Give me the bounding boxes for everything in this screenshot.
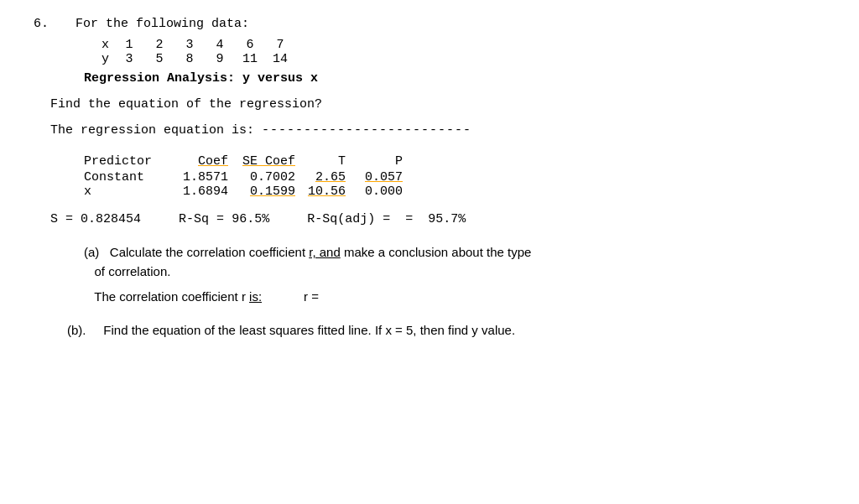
y-val-1: 3: [114, 52, 144, 66]
x-val-3: 3: [174, 38, 205, 52]
predictor-constant: Constant: [84, 170, 168, 184]
y-label: y: [84, 52, 109, 66]
t-x: 10.56: [302, 184, 352, 199]
rsq-value: 96.5%: [232, 212, 269, 226]
s-value: 0.828454: [81, 212, 141, 226]
coef-x: 1.6894: [168, 184, 235, 199]
part-a-text1: Calculate the correlation coefficient r,…: [110, 245, 532, 259]
x-label: x: [84, 38, 109, 52]
header-predictor: Predictor: [84, 154, 168, 169]
p-constant-val: 0.057: [365, 170, 403, 184]
y-val-2: 5: [144, 52, 174, 66]
p-constant: 0.057: [352, 170, 403, 184]
predictor-table: Predictor Coef SE Coef T P Constant 1.85…: [84, 154, 825, 199]
find-equation-text: Find the equation of the regression?: [50, 97, 825, 112]
y-val-5: 11: [235, 52, 265, 66]
y-val-3: 8: [174, 52, 205, 66]
reg-eq-dashes: -------------------------: [262, 123, 471, 138]
x-val-4: 4: [205, 38, 235, 52]
rsq-label: R-Sq =: [179, 212, 224, 226]
part-b-label: (b).: [67, 323, 86, 337]
question-intro: For the following data:: [75, 17, 249, 31]
header-coef: Coef: [168, 154, 235, 169]
rsq-adj-label: R-Sq(adj) =: [307, 212, 390, 226]
y-val-4: 9: [205, 52, 235, 66]
rsq-adj-spacer: [277, 212, 299, 226]
part-b-block: (b). Find the equation of the least squa…: [67, 320, 825, 340]
header-p: P: [352, 154, 403, 169]
question-number: 6.: [34, 17, 59, 31]
table-row: x 1.6894 0.1599 10.56 0.000: [84, 184, 825, 199]
s-label: S =: [50, 212, 73, 226]
t-constant: 2.65: [302, 170, 352, 184]
y-val-6: 14: [265, 52, 295, 66]
reg-eq-prefix: The regression equation is:: [50, 123, 262, 138]
se-constant: 0.7002: [235, 170, 302, 184]
table-row: Constant 1.8571 0.7002 2.65 0.057: [84, 170, 825, 184]
x-val-6: 7: [265, 38, 295, 52]
part-a-label: (a): [84, 245, 99, 259]
header-t: T: [302, 154, 352, 169]
header-coef-text: Coef: [198, 154, 228, 169]
part-a-corr-line: The correlation coefficient r is: r =: [84, 289, 825, 304]
t-constant-val: 2.65: [315, 170, 346, 184]
is-underline: is:: [249, 289, 262, 304]
header-se-text: SE Coef: [242, 154, 295, 169]
x-val-5: 6: [235, 38, 265, 52]
header-se-coef: SE Coef: [235, 154, 302, 169]
x-val-1: 1: [114, 38, 144, 52]
predictor-x: x: [84, 184, 168, 199]
rsq-adj-eq: =: [398, 212, 420, 226]
r-and-underline: r, and: [309, 245, 341, 259]
se-x-val: 0.1599: [250, 184, 295, 199]
regression-title: Regression Analysis: y versus x: [84, 71, 825, 86]
data-table: x 1 2 3 4 6 7 y 3 5 8 9 11 14: [84, 38, 825, 66]
rsq-adj-value: 95.7%: [428, 212, 466, 226]
part-b-text: Find the equation of the least squares f…: [103, 323, 515, 337]
predictor-header-row: Predictor Coef SE Coef T P: [84, 154, 825, 169]
coef-constant: 1.8571: [168, 170, 235, 184]
x-val-2: 2: [144, 38, 174, 52]
r-equals: r =: [304, 289, 319, 304]
stats-line: S = 0.828454 R-Sq = 96.5% R-Sq(adj) = = …: [50, 212, 825, 226]
regression-equation-line: The regression equation is: ------------…: [50, 123, 825, 138]
rsq-label-spacer: [148, 212, 171, 226]
t-x-val: 10.56: [308, 184, 346, 199]
part-a-text2: of correlation.: [95, 264, 171, 278]
se-x: 0.1599: [235, 184, 302, 199]
part-a-block: (a) Calculate the correlation coefficien…: [84, 243, 825, 281]
p-x: 0.000: [352, 184, 403, 199]
